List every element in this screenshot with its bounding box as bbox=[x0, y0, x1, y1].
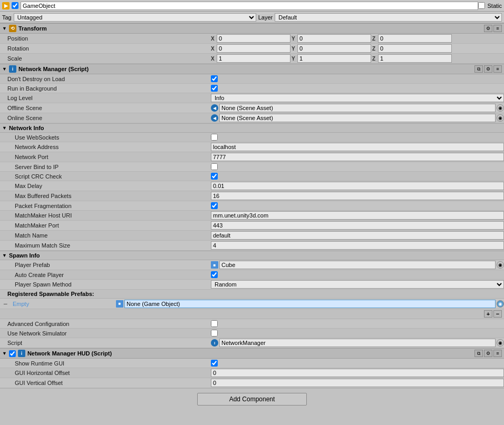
server-bind-label: Server Bind to IP bbox=[0, 164, 211, 170]
script-input[interactable]: NetworkManager bbox=[219, 339, 496, 347]
add-remove-row: + − bbox=[0, 309, 504, 319]
auto-create-checkbox[interactable] bbox=[211, 271, 218, 278]
use-websockets-checkbox[interactable] bbox=[211, 134, 218, 141]
packet-frag-checkbox[interactable] bbox=[211, 202, 218, 209]
transform-title: Transform bbox=[18, 25, 484, 32]
horiz-offset-input[interactable]: 0 bbox=[211, 369, 504, 377]
network-address-input[interactable]: localhost bbox=[211, 143, 504, 151]
add-spawnable-btn[interactable]: + bbox=[484, 310, 492, 318]
horiz-offset-row: GUI Horizontal Offset 0 bbox=[0, 368, 504, 378]
none-gameobject-pick-btn[interactable]: ◉ bbox=[497, 300, 504, 308]
position-z-input[interactable]: 0 bbox=[378, 34, 452, 43]
log-level-value: Info bbox=[211, 94, 504, 102]
hud-section-header: ▼ i Network Manager HUD (Script) ⧉ ⚙ ≡ bbox=[0, 348, 504, 359]
script-icon: i bbox=[211, 339, 218, 347]
spawnable-header: Registered Spawnable Prefabs: bbox=[0, 290, 504, 299]
scale-z-item: Z 1 bbox=[372, 54, 452, 63]
online-scene-pick-btn[interactable]: ◉ bbox=[497, 114, 504, 122]
max-match-input[interactable]: 4 bbox=[211, 241, 504, 250]
match-name-row: Match Name default bbox=[0, 231, 504, 241]
packet-frag-label: Packet Fragmentation bbox=[0, 203, 211, 209]
offline-scene-pick-btn[interactable]: ◉ bbox=[497, 104, 504, 112]
inspector-panel: ▶ GameObject Static Tag Untagged Layer D… bbox=[0, 0, 504, 425]
run-background-checkbox[interactable] bbox=[211, 85, 218, 92]
network-manager-section-header: ▼ i Network Manager (Script) ⧉ ⚙ ≡ bbox=[0, 64, 504, 74]
position-z-item: Z 0 bbox=[372, 34, 452, 43]
transform-chevron[interactable]: ▼ bbox=[2, 26, 7, 31]
rotation-z-input[interactable]: 0 bbox=[378, 44, 452, 53]
script-pick-btn[interactable]: ◉ bbox=[497, 339, 504, 347]
rotation-z-item: Z 0 bbox=[372, 44, 452, 53]
scale-z-input[interactable]: 1 bbox=[378, 54, 452, 63]
matchmaker-uri-input[interactable]: mm.unet.unity3d.com bbox=[211, 211, 504, 220]
static-checkbox[interactable] bbox=[478, 2, 485, 9]
nm-settings-btn[interactable]: ⚙ bbox=[484, 65, 492, 73]
offline-scene-label: Offline Scene bbox=[0, 105, 211, 111]
dont-destroy-checkbox[interactable] bbox=[211, 75, 218, 82]
rx-label: X bbox=[211, 46, 216, 52]
position-y-input[interactable]: 0 bbox=[297, 34, 371, 43]
show-runtime-checkbox[interactable] bbox=[211, 360, 218, 367]
tag-select[interactable]: Untagged bbox=[14, 13, 256, 22]
network-manager-chevron[interactable]: ▼ bbox=[2, 66, 7, 72]
network-manager-tools: ⧉ ⚙ ≡ bbox=[474, 65, 502, 73]
position-x-input[interactable]: 0 bbox=[217, 34, 290, 43]
hud-more-btn[interactable]: ≡ bbox=[493, 350, 502, 357]
network-manager-title: Network Manager (Script) bbox=[18, 66, 474, 72]
vert-offset-input[interactable]: 0 bbox=[211, 379, 504, 387]
network-info-subsection: ▼ Network Info bbox=[0, 123, 504, 133]
packet-frag-row: Packet Fragmentation bbox=[0, 201, 504, 211]
network-address-value: localhost bbox=[211, 143, 504, 151]
player-prefab-input[interactable]: Cube bbox=[219, 261, 496, 269]
nm-copy-btn[interactable]: ⧉ bbox=[474, 65, 483, 73]
script-crc-label: Script CRC Check bbox=[0, 173, 211, 180]
transform-more-btn[interactable]: ≡ bbox=[493, 25, 502, 32]
matchmaker-port-input[interactable]: 443 bbox=[211, 221, 504, 230]
top-bar: ▶ GameObject Static bbox=[0, 0, 504, 12]
max-match-row: Maximum Match Size 4 bbox=[0, 241, 504, 251]
spawn-info-chevron[interactable]: ▼ bbox=[2, 253, 7, 258]
online-scene-input[interactable]: None (Scene Asset) bbox=[219, 114, 496, 122]
log-level-select[interactable]: Info bbox=[211, 94, 504, 102]
rotation-y-input[interactable]: 0 bbox=[297, 44, 371, 53]
hud-enabled-checkbox[interactable] bbox=[9, 350, 16, 357]
advanced-config-row: Advanced Configuration bbox=[0, 319, 504, 329]
hud-chevron[interactable]: ▼ bbox=[2, 351, 7, 356]
hud-copy-btn[interactable]: ⧉ bbox=[474, 350, 483, 357]
none-gameobject-input[interactable]: None (Game Object) bbox=[124, 300, 496, 308]
player-prefab-row: Player Prefab ■ Cube ◉ bbox=[0, 260, 504, 270]
add-component-button[interactable]: Add Component bbox=[197, 393, 307, 406]
spawnable-minus-btn[interactable]: − bbox=[0, 300, 11, 308]
max-buffered-input[interactable]: 16 bbox=[211, 192, 504, 200]
gameobject-name-input[interactable]: GameObject bbox=[21, 2, 478, 10]
transform-settings-btn[interactable]: ⚙ bbox=[484, 25, 492, 32]
scale-y-input[interactable]: 1 bbox=[297, 54, 371, 63]
scale-x-input[interactable]: 1 bbox=[217, 54, 290, 63]
scale-value: X 1 Y 1 Z 1 bbox=[211, 54, 504, 63]
script-crc-checkbox[interactable] bbox=[211, 173, 218, 180]
network-info-chevron[interactable]: ▼ bbox=[2, 125, 7, 131]
rotation-x-input[interactable]: 0 bbox=[217, 44, 290, 53]
network-port-input[interactable]: 7777 bbox=[211, 153, 504, 161]
advanced-config-checkbox[interactable] bbox=[211, 320, 218, 327]
rotation-xyz: X 0 Y 0 Z 0 bbox=[211, 44, 504, 53]
nm-more-btn[interactable]: ≡ bbox=[493, 65, 502, 73]
offline-scene-input[interactable]: None (Scene Asset) bbox=[219, 104, 496, 112]
network-port-row: Network Port 7777 bbox=[0, 152, 504, 162]
remove-spawnable-btn[interactable]: − bbox=[493, 310, 502, 318]
server-bind-checkbox[interactable] bbox=[211, 163, 218, 170]
max-delay-input[interactable]: 0.01 bbox=[211, 182, 504, 190]
position-label: Position bbox=[0, 35, 211, 42]
use-simulator-checkbox[interactable] bbox=[211, 330, 218, 337]
gameobject-active-checkbox[interactable] bbox=[12, 2, 18, 9]
scale-label: Scale bbox=[0, 55, 211, 62]
prefab-icon: ■ bbox=[211, 261, 218, 269]
spawnable-item-value: ■ None (Game Object) ◉ bbox=[116, 300, 504, 308]
hud-settings-btn[interactable]: ⚙ bbox=[484, 350, 492, 357]
player-spawn-method-select[interactable]: Random bbox=[211, 280, 504, 289]
player-prefab-pick-btn[interactable]: ◉ bbox=[497, 261, 504, 269]
rotation-y-item: Y 0 bbox=[292, 44, 371, 53]
script-field: i NetworkManager bbox=[211, 339, 496, 347]
layer-select[interactable]: Default bbox=[275, 13, 502, 22]
match-name-input[interactable]: default bbox=[211, 231, 504, 240]
